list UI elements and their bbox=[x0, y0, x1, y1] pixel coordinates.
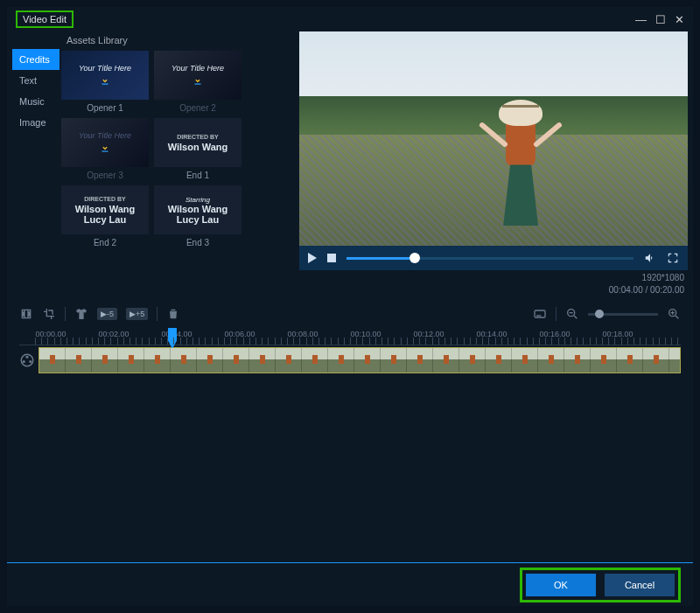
playhead[interactable] bbox=[168, 328, 177, 349]
category-credits[interactable]: Credits bbox=[12, 49, 60, 70]
clip-thumb[interactable] bbox=[591, 348, 617, 373]
tile-opener2[interactable]: Your Title Here Opener 2 bbox=[154, 51, 242, 113]
video-preview[interactable] bbox=[299, 31, 688, 246]
clip-thumb[interactable] bbox=[223, 348, 249, 373]
time-label: 00:04.00 / 00:20.00 bbox=[303, 284, 684, 296]
play-button[interactable] bbox=[308, 253, 317, 263]
clip-thumb[interactable] bbox=[302, 348, 328, 373]
download-icon bbox=[192, 74, 204, 87]
speed-down-button[interactable]: ▶-5 bbox=[97, 308, 117, 320]
preview-panel: 1920*1080 00:04.00 / 00:20.00 bbox=[299, 31, 688, 298]
cancel-button[interactable]: Cancel bbox=[605, 574, 675, 596]
clip-thumb[interactable] bbox=[459, 348, 486, 373]
ruler-mark: 00:10.00 bbox=[350, 330, 381, 338]
ok-button[interactable]: OK bbox=[526, 574, 596, 596]
category-image[interactable]: Image bbox=[12, 112, 60, 133]
toolbar-divider bbox=[157, 307, 158, 321]
tile-end3-name2: Lucy Lau bbox=[177, 214, 219, 225]
category-music[interactable]: Music bbox=[12, 91, 60, 112]
clip-thumb[interactable] bbox=[617, 348, 643, 373]
fullscreen-icon[interactable] bbox=[667, 252, 679, 264]
tile-end3[interactable]: Starring Wilson Wang Lucy Lau End 3 bbox=[154, 185, 242, 247]
svg-point-8 bbox=[26, 356, 29, 359]
ruler-mark: 00:08.00 bbox=[287, 330, 318, 338]
ruler-mark: 00:02.00 bbox=[98, 330, 129, 338]
clip-thumb[interactable] bbox=[276, 348, 302, 373]
tile-end2-name2: Lucy Lau bbox=[84, 214, 126, 225]
footer-highlight: OK Cancel bbox=[520, 568, 681, 603]
ruler-mark: 00:12.00 bbox=[413, 330, 444, 338]
svg-rect-0 bbox=[102, 84, 108, 85]
trash-icon[interactable] bbox=[166, 307, 180, 321]
clip-thumb[interactable] bbox=[669, 348, 681, 373]
category-text[interactable]: Text bbox=[12, 70, 60, 91]
assets-panel: Assets Library Credits Text Music Image … bbox=[12, 31, 292, 298]
volume-icon[interactable] bbox=[644, 252, 656, 264]
tile-end3-starring: Starring bbox=[186, 196, 210, 204]
crop-icon[interactable] bbox=[42, 307, 56, 321]
tile-opener1-text: Your Title Here bbox=[79, 64, 131, 73]
zoom-slider[interactable] bbox=[588, 313, 658, 316]
zoom-in-icon[interactable] bbox=[667, 307, 681, 321]
shirt-icon[interactable] bbox=[74, 307, 88, 321]
zoom-thumb[interactable] bbox=[595, 310, 604, 318]
tile-opener1[interactable]: Your Title Here Opener 1 bbox=[61, 51, 149, 113]
tile-end3-name1: Wilson Wang bbox=[168, 204, 228, 214]
clip-thumb[interactable] bbox=[66, 348, 92, 373]
tile-end3-thumb[interactable]: Starring Wilson Wang Lucy Lau bbox=[154, 185, 242, 234]
clip-thumb[interactable] bbox=[643, 348, 669, 373]
tile-end2[interactable]: DIRECTED BY Wilson Wang Lucy Lau End 2 bbox=[61, 185, 149, 247]
ruler-mark: 00:18.00 bbox=[602, 330, 633, 338]
titlebar: Video Edit — ☐ ✕ bbox=[7, 7, 693, 31]
speed-up-button[interactable]: ▶+5 bbox=[126, 308, 148, 320]
playback-controls bbox=[299, 246, 688, 270]
tile-end1-name: Wilson Wang bbox=[168, 142, 228, 152]
clip-thumb[interactable] bbox=[564, 348, 591, 373]
clip-thumb[interactable] bbox=[538, 348, 564, 373]
tile-opener1-thumb[interactable]: Your Title Here bbox=[61, 51, 149, 100]
seek-bar[interactable] bbox=[346, 257, 634, 260]
tile-opener3[interactable]: Your Title Here Opener 3 bbox=[61, 118, 149, 180]
clip-thumb[interactable] bbox=[381, 348, 407, 373]
tile-opener2-thumb[interactable]: Your Title Here bbox=[154, 51, 242, 100]
resolution-label: 1920*1080 bbox=[303, 272, 684, 284]
svg-point-10 bbox=[29, 360, 32, 363]
tile-opener3-thumb[interactable]: Your Title Here bbox=[61, 118, 149, 167]
clip-thumb[interactable] bbox=[197, 348, 223, 373]
film-icon[interactable] bbox=[19, 307, 33, 321]
seek-fill bbox=[346, 257, 410, 260]
tile-end1-directed: DIRECTED BY bbox=[177, 134, 218, 140]
download-icon bbox=[99, 74, 111, 87]
clip-thumb[interactable] bbox=[39, 348, 66, 373]
clip-thumb[interactable] bbox=[92, 348, 118, 373]
window-title: Video Edit bbox=[16, 10, 74, 28]
svg-point-9 bbox=[23, 360, 25, 363]
assets-header: Assets Library bbox=[60, 31, 292, 49]
tile-end1-thumb[interactable]: DIRECTED BY Wilson Wang bbox=[154, 118, 242, 167]
clip-thumb[interactable] bbox=[512, 348, 538, 373]
zoom-out-icon[interactable] bbox=[565, 307, 579, 321]
clip-thumb[interactable] bbox=[486, 348, 512, 373]
clip-thumb[interactable] bbox=[354, 348, 381, 373]
clip-thumb[interactable] bbox=[249, 348, 276, 373]
stop-button[interactable] bbox=[327, 254, 336, 262]
clip-thumb[interactable] bbox=[407, 348, 433, 373]
caption-icon[interactable] bbox=[533, 307, 547, 321]
timeline-ruler[interactable]: 00:00.00 00:02.00 00:04.00 00:06.00 00:0… bbox=[19, 328, 681, 345]
video-track[interactable] bbox=[38, 347, 681, 373]
tile-end1[interactable]: DIRECTED BY Wilson Wang End 1 bbox=[154, 118, 242, 180]
preview-info: 1920*1080 00:04.00 / 00:20.00 bbox=[299, 270, 688, 298]
ruler-mark: 00:06.00 bbox=[224, 330, 255, 338]
clip-thumb[interactable] bbox=[118, 348, 144, 373]
clip-thumb[interactable] bbox=[144, 348, 171, 373]
clip-thumb[interactable] bbox=[171, 348, 197, 373]
svg-rect-3 bbox=[535, 310, 545, 317]
tile-end2-thumb[interactable]: DIRECTED BY Wilson Wang Lucy Lau bbox=[61, 185, 149, 234]
clip-thumb[interactable] bbox=[328, 348, 354, 373]
maximize-button[interactable]: ☐ bbox=[655, 13, 666, 26]
tile-end2-name1: Wilson Wang bbox=[75, 204, 136, 214]
seek-thumb[interactable] bbox=[410, 253, 420, 263]
minimize-button[interactable]: — bbox=[635, 13, 647, 26]
clip-thumb[interactable] bbox=[433, 348, 459, 373]
close-button[interactable]: ✕ bbox=[675, 13, 684, 26]
